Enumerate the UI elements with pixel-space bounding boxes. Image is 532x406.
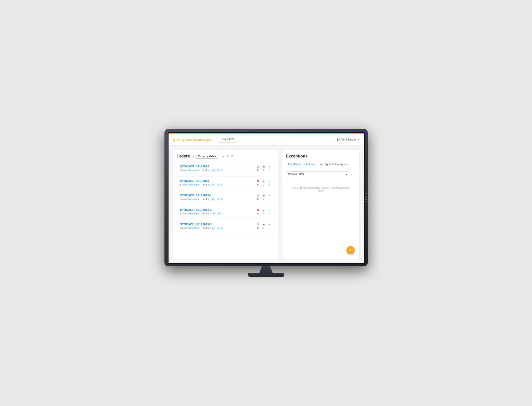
exceptions-panel: Exceptions Non-Order Exceptions My Signa… bbox=[282, 150, 359, 259]
user-name: SA Administrator bbox=[337, 138, 357, 141]
count-green-value: 0 bbox=[263, 183, 264, 186]
status-prefix: Status: Released bbox=[180, 169, 199, 172]
order-name[interactable]: SYNCADE_03122018-3 bbox=[180, 223, 223, 226]
monitor-stand bbox=[165, 266, 368, 277]
order-name[interactable]: SYNCADE_03122018-1 bbox=[180, 194, 223, 197]
status-value: Released bbox=[188, 183, 199, 186]
orders-panel-header: Orders by Order by date ▾ ↓≡ ✎ ↺ bbox=[177, 154, 274, 159]
exception-filter-select[interactable]: Creation Date ▾ bbox=[286, 171, 349, 177]
exception-sort-icon[interactable]: ↓ bbox=[351, 173, 352, 176]
monitor-wrapper: Quality Review Manager Overview SA Admin… bbox=[165, 129, 368, 277]
count-red-value: 0 bbox=[257, 183, 259, 186]
status-prefix: Status: Released bbox=[180, 227, 199, 229]
check-icon: ✓ bbox=[268, 208, 271, 212]
no-exceptions-text: There are no exceptions that are not rel… bbox=[286, 186, 356, 193]
order-card[interactable]: SYNCADE_03122018-2 Status: Released Prod… bbox=[177, 205, 274, 218]
tab-non-order-exceptions[interactable]: Non-Order Exceptions bbox=[286, 161, 317, 168]
order-card[interactable]: SYNCADE_03122018-3 Status: Released Prod… bbox=[177, 220, 274, 232]
fab-add-button[interactable]: + bbox=[346, 246, 355, 254]
side-button-2[interactable] bbox=[365, 196, 367, 197]
count-red-value: 0 bbox=[257, 212, 259, 215]
product-prefix: Product: MR_QRM bbox=[201, 227, 223, 229]
count-red-value: 0 bbox=[257, 227, 259, 229]
count-green-value: 0 bbox=[263, 212, 264, 215]
order-meta: Status: Released Product: MR_QRM bbox=[180, 198, 223, 200]
count-green: ★ 0 bbox=[263, 165, 265, 172]
stand-base bbox=[248, 273, 284, 277]
side-button-1[interactable] bbox=[365, 193, 367, 194]
count-green-value: 0 bbox=[263, 227, 264, 229]
filter-dropdown-chevron: ▾ bbox=[346, 173, 347, 176]
product-value: MR_QRM bbox=[211, 212, 223, 215]
monitor-screen-border: Quality Review Manager Overview SA Admin… bbox=[168, 132, 365, 264]
count-red: ⚙ 0 bbox=[257, 194, 259, 200]
monitor-side-buttons bbox=[365, 193, 368, 203]
order-info: SYNCADE_02192018 Status: Released Produc… bbox=[180, 165, 223, 172]
count-blue: ✓ 0 bbox=[268, 208, 271, 215]
count-blue: ✓ 2 bbox=[268, 179, 271, 186]
order-meta: Status: Released Product: MR_QRM bbox=[180, 212, 223, 215]
order-counts: ⚙ 0 ★ 0 ✓ 0 bbox=[257, 194, 271, 200]
check-icon: ✓ bbox=[268, 165, 271, 168]
count-blue-value: 0 bbox=[269, 198, 270, 200]
monitor-screen: Quality Review Manager Overview SA Admin… bbox=[169, 133, 364, 263]
sort-dropdown-chevron: ▾ bbox=[215, 155, 216, 158]
order-counts: ⚙ 0 ★ 0 ✓ 0 bbox=[257, 223, 271, 229]
order-sort-dropdown[interactable]: Order by date ▾ bbox=[196, 154, 218, 159]
order-card[interactable]: SYNCADE_03122018-1 Status: Released Prod… bbox=[177, 191, 274, 203]
order-meta: Status: Released Product: MR_QRM bbox=[180, 183, 223, 186]
status-value: Released bbox=[188, 227, 199, 229]
count-blue: ✓ 0 bbox=[268, 165, 271, 172]
product-value: MR_QRM bbox=[211, 227, 223, 229]
status-value: Released bbox=[188, 212, 199, 215]
status-prefix: Status: Released bbox=[180, 183, 199, 186]
order-info: SYNCADE_03122018-1 Status: Released Prod… bbox=[180, 194, 223, 200]
product-prefix: Product: MR_QRM bbox=[201, 169, 223, 172]
warning-icon: ⚙ bbox=[257, 165, 259, 168]
order-counts: ⚙ 0 ★ 0 ✓ 0 bbox=[257, 208, 271, 215]
product-value: MR_QRM bbox=[211, 198, 223, 200]
product-prefix: Product: MR_QRM bbox=[201, 183, 223, 186]
count-red-value: 0 bbox=[257, 169, 259, 172]
filter-value: Creation Date bbox=[288, 173, 305, 176]
count-blue: ✓ 0 bbox=[268, 223, 271, 229]
order-name[interactable]: SYNCADE_03122018 bbox=[180, 179, 223, 182]
sort-action-icon[interactable]: ↓≡ bbox=[221, 154, 224, 158]
count-green-value: 0 bbox=[263, 198, 264, 200]
order-info: SYNCADE_03122018-3 Status: Released Prod… bbox=[180, 223, 223, 229]
order-card[interactable]: SYNCADE_03122018 Status: Released Produc… bbox=[177, 176, 274, 189]
count-green: ★ 0 bbox=[263, 223, 265, 229]
count-red: ⚙ 0 bbox=[257, 179, 259, 186]
sort-by-label: by bbox=[192, 155, 195, 158]
refresh-action-icon[interactable]: ↺ bbox=[231, 154, 234, 158]
count-red-value: 0 bbox=[257, 198, 259, 200]
order-info: SYNCADE_03122018-2 Status: Released Prod… bbox=[180, 208, 223, 215]
orders-panel: Orders by Order by date ▾ ↓≡ ✎ ↺ bbox=[173, 150, 278, 259]
order-name[interactable]: SYNCADE_02192018 bbox=[180, 165, 223, 168]
order-card[interactable]: SYNCADE_02192018 Status: Released Produc… bbox=[177, 162, 274, 174]
count-green-value: 0 bbox=[263, 169, 264, 172]
app-header: Quality Review Manager Overview SA Admin… bbox=[169, 134, 364, 146]
user-area[interactable]: SA Administrator ▾ bbox=[337, 138, 359, 141]
order-counts: ⚙ 0 ★ 0 ✓ 0 bbox=[257, 165, 271, 172]
exception-filter-icon[interactable]: ≡ bbox=[354, 173, 356, 176]
edit-action-icon[interactable]: ✎ bbox=[226, 154, 229, 158]
check-icon: ✓ bbox=[268, 179, 271, 183]
exception-filter-actions: ↓ ≡ bbox=[351, 173, 355, 176]
product-value: MR_QRM bbox=[211, 169, 223, 172]
exception-tabs: Non-Order Exceptions My Signable Excepti… bbox=[286, 161, 356, 168]
count-blue-value: 0 bbox=[269, 169, 270, 172]
side-button-3[interactable] bbox=[365, 198, 367, 200]
exceptions-title: Exceptions bbox=[286, 154, 356, 159]
count-green: ★ 0 bbox=[263, 208, 265, 215]
count-red: ⚙ 0 bbox=[257, 165, 259, 172]
monitor-bezel: Quality Review Manager Overview SA Admin… bbox=[165, 129, 368, 266]
side-button-4[interactable] bbox=[365, 201, 367, 203]
tab-overview[interactable]: Overview bbox=[219, 136, 236, 143]
status-prefix: Status: Released bbox=[180, 212, 199, 215]
exception-filter: Creation Date ▾ ↓ ≡ bbox=[286, 171, 356, 177]
status-prefix: Status: Released bbox=[180, 198, 199, 200]
tab-my-signable-exceptions[interactable]: My Signable Exceptions bbox=[317, 161, 351, 168]
order-name[interactable]: SYNCADE_03122018-2 bbox=[180, 208, 223, 211]
star-icon: ★ bbox=[263, 194, 265, 197]
